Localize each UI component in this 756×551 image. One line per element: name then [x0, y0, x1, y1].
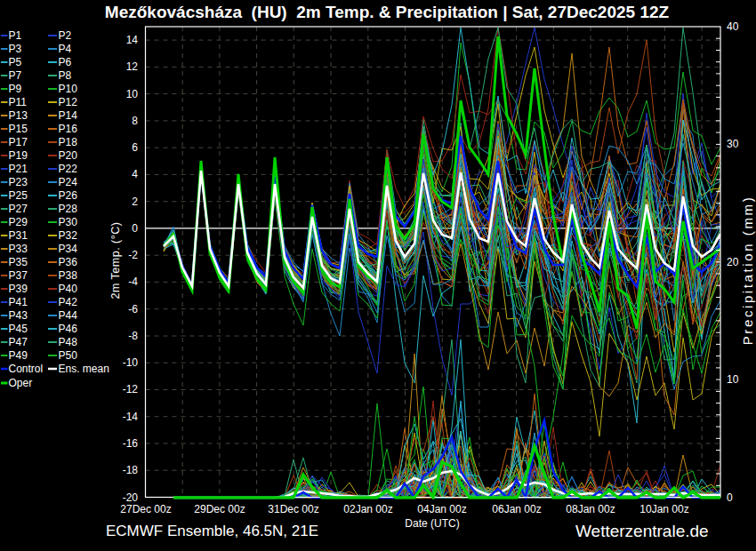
svg-text:-2: -2: [128, 249, 138, 261]
svg-text:-12: -12: [123, 383, 139, 395]
svg-text:P48: P48: [59, 336, 78, 348]
svg-text:P39: P39: [9, 283, 28, 295]
svg-text:06Jan 00z: 06Jan 00z: [492, 503, 541, 515]
svg-text:30: 30: [727, 138, 739, 150]
svg-text:P49: P49: [9, 349, 28, 362]
svg-text:P13: P13: [9, 109, 28, 122]
svg-text:P31: P31: [9, 229, 28, 242]
svg-text:P5: P5: [9, 56, 22, 68]
svg-text:12: 12: [126, 60, 139, 73]
svg-text:P3: P3: [9, 43, 22, 55]
svg-text:02Jan 00z: 02Jan 00z: [343, 503, 392, 515]
svg-text:P19: P19: [9, 149, 28, 162]
svg-text:P6: P6: [59, 56, 72, 68]
svg-text:P26: P26: [59, 189, 78, 202]
svg-text:ECMWF Ensemble, 46.5N, 21E: ECMWF Ensemble, 46.5N, 21E: [106, 523, 318, 539]
svg-text:Oper: Oper: [9, 377, 33, 389]
svg-text:P50: P50: [59, 349, 78, 362]
svg-text:P4: P4: [59, 43, 72, 55]
svg-text:P38: P38: [59, 269, 78, 282]
svg-text:P40: P40: [59, 283, 78, 295]
svg-text:P24: P24: [59, 176, 78, 188]
svg-text:P44: P44: [59, 309, 78, 322]
svg-text:P43: P43: [9, 309, 28, 322]
svg-text:P11: P11: [9, 96, 28, 108]
svg-text:40: 40: [727, 20, 739, 33]
svg-text:Precipitation (mm): Precipitation (mm): [740, 196, 755, 346]
svg-text:P27: P27: [9, 203, 28, 215]
svg-text:Control: Control: [9, 363, 44, 375]
svg-text:2: 2: [132, 196, 138, 208]
svg-text:P37: P37: [9, 269, 28, 282]
svg-text:P21: P21: [9, 163, 28, 175]
svg-text:P23: P23: [9, 176, 28, 188]
svg-text:P30: P30: [59, 216, 78, 228]
svg-text:P33: P33: [9, 243, 28, 255]
svg-text:P1: P1: [9, 29, 22, 42]
svg-text:08Jan 00z: 08Jan 00z: [566, 503, 615, 515]
svg-text:10: 10: [727, 373, 739, 386]
svg-text:-10: -10: [123, 356, 139, 369]
svg-text:8: 8: [132, 115, 138, 127]
svg-text:P2: P2: [59, 29, 72, 42]
svg-text:P25: P25: [9, 189, 28, 202]
svg-text:P22: P22: [59, 163, 78, 175]
svg-text:P28: P28: [59, 203, 78, 215]
svg-text:04Jan 00z: 04Jan 00z: [417, 503, 466, 515]
svg-text:-6: -6: [128, 303, 138, 315]
svg-text:P8: P8: [59, 69, 72, 82]
svg-text:P16: P16: [59, 123, 78, 135]
svg-text:27Dec 00z: 27Dec 00z: [120, 503, 171, 515]
svg-text:14: 14: [126, 34, 139, 46]
svg-text:P41: P41: [9, 296, 28, 308]
svg-text:P36: P36: [59, 256, 78, 268]
svg-text:P20: P20: [59, 149, 78, 162]
svg-text:P18: P18: [59, 136, 78, 148]
svg-text:20: 20: [727, 256, 739, 268]
svg-text:P15: P15: [9, 123, 28, 135]
svg-text:-16: -16: [123, 437, 139, 450]
svg-text:Date (UTC): Date (UTC): [405, 517, 459, 530]
svg-text:Mezőkovácsháza (HU) 2m Temp.: Mezőkovácsháza (HU) 2m Temp. & Precipita…: [105, 3, 670, 21]
svg-text:Ens. mean: Ens. mean: [59, 363, 109, 375]
svg-text:P45: P45: [9, 323, 28, 335]
svg-text:P14: P14: [59, 109, 78, 122]
svg-text:0: 0: [132, 222, 138, 235]
svg-text:6: 6: [132, 141, 138, 154]
svg-text:-4: -4: [128, 276, 138, 288]
svg-text:10Jan 00z: 10Jan 00z: [639, 503, 688, 515]
svg-text:-14: -14: [123, 411, 139, 423]
svg-text:31Dec 00z: 31Dec 00z: [268, 503, 318, 515]
svg-text:10: 10: [126, 88, 139, 100]
svg-text:P47: P47: [9, 336, 28, 348]
svg-text:4: 4: [132, 168, 138, 180]
svg-text:P17: P17: [9, 136, 28, 148]
svg-text:P42: P42: [59, 296, 78, 308]
svg-text:P35: P35: [9, 256, 28, 268]
svg-text:-20: -20: [123, 491, 139, 504]
svg-text:P10: P10: [59, 83, 78, 95]
svg-text:Wetterzentrale.de: Wetterzentrale.de: [575, 522, 709, 540]
svg-text:2m Temp. (°C): 2m Temp. (°C): [109, 222, 122, 299]
svg-text:-8: -8: [128, 330, 138, 342]
svg-text:P29: P29: [9, 216, 28, 228]
svg-text:29Dec 00z: 29Dec 00z: [194, 503, 245, 515]
svg-text:P34: P34: [59, 243, 78, 255]
svg-text:P46: P46: [59, 323, 78, 335]
svg-text:P32: P32: [59, 229, 78, 242]
svg-text:P9: P9: [9, 83, 22, 95]
svg-text:-18: -18: [123, 464, 139, 476]
svg-text:P12: P12: [59, 96, 78, 108]
svg-text:P7: P7: [9, 69, 22, 82]
svg-text:0: 0: [727, 491, 733, 504]
